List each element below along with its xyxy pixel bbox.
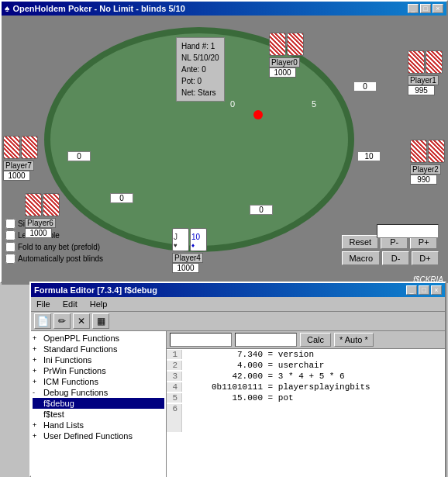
net-info: Net: Stars [181,87,219,99]
formula-window: Formula Editor [7.3.4] f$debug _ □ × Fil… [29,282,446,477]
code-line-4: 4 0b11010111 = playersplayingbits [167,382,445,392]
player2-chips: 990 [410,175,437,185]
svg-text:J: J [174,233,177,241]
icm-icon: + [33,378,42,385]
pot-display: 0 [230,99,235,109]
tree-ini[interactable]: + Ini Functions [33,354,164,365]
player2-seat: Player2 990 [410,140,445,185]
poker-title-bar: ♠ OpenHoldem Poker - No Limit - blinds 5… [2,2,446,16]
code-line-3: 3 42.000 = 3 * 4 + 5 * 6 [167,371,445,382]
formula-close-btn[interactable]: × [431,285,442,295]
reset-btn[interactable]: Reset [342,235,378,249]
player4-card1: J♥ [172,228,189,251]
tree-ftest-label: f$test [43,410,64,419]
line-num-4: 4 [167,382,182,392]
tree-openppl-label: OpenPPL Functions [43,334,119,343]
player1-bet: 0 [353,81,377,92]
prwin-icon: + [33,367,42,375]
macro-btn[interactable]: Macro [342,251,380,265]
tree-ini-label: Ini Functions [43,355,91,365]
player7-chips: 1000 [3,171,30,181]
delete-btn[interactable]: ✕ [73,313,90,329]
d-plus-btn[interactable]: D+ [412,251,439,265]
tree-openppl[interactable]: + OpenPPL Functions [33,333,164,344]
code-line-6: 6 [167,403,445,433]
player4-name: Player4 [172,253,203,263]
auto-blinds-row: Automatically post blinds [5,254,103,264]
player6-seat: Player6 1000 [25,193,60,238]
line-num-5: 5 [167,393,182,403]
poker-window-controls: _ □ × [408,4,443,13]
new-file-btn[interactable]: 📄 [34,313,51,329]
leave-table-checkbox[interactable] [5,230,16,240]
formula-main-area: + OpenPPL Functions + Standard Functions… [31,331,445,477]
ini-icon: + [33,356,42,364]
player2-name: Player2 [410,164,441,175]
player6-card2 [43,193,60,216]
tree-standard-label: Standard Functions [43,344,117,354]
prefold-checkbox[interactable] [5,242,16,252]
menu-help[interactable]: Help [88,299,110,309]
player6-card1 [25,193,42,216]
code-area: 1 7.340 = version 2 4.000 = userchair 3 … [167,349,445,477]
line-content-5: 15.000 = pot [182,393,294,403]
openppl-icon: + [33,334,42,342]
tree-icm-label: ICM Functions [43,377,98,386]
code-input2[interactable] [235,333,297,347]
player0-card1 [269,33,286,56]
line-num-1: 1 [167,350,182,359]
calc-btn[interactable]: Calc [300,333,331,347]
sit-out-checkbox[interactable] [5,219,16,229]
auto-btn[interactable]: * Auto * [334,333,374,347]
red-dot [253,110,263,119]
player1-card2 [426,50,443,74]
player7-card1 [3,136,20,159]
handlists-icon: + [33,421,42,429]
formula-minimize-btn[interactable]: _ [406,285,417,295]
poker-maximize-btn[interactable]: □ [420,4,431,13]
player1-name: Player1 [408,75,439,85]
tree-ftest[interactable]: f$test [33,409,164,420]
game-type: NL 5/10/20 [181,52,219,64]
svg-text:♥: ♥ [174,242,177,249]
line-content-3: 42.000 = 3 * 4 + 5 * 6 [182,372,345,381]
grid-btn[interactable]: ▦ [92,313,109,329]
code-toolbar: Calc * Auto * [167,331,445,349]
tree-userdefined[interactable]: + User Defined Functions [33,430,164,441]
poker-table: Hand #: 1 NL 5/10/20 Ante: 0 Pot: 0 Net:… [2,16,446,285]
menu-file[interactable]: File [34,299,53,309]
code-input1[interactable] [170,333,232,347]
poker-close-btn[interactable]: × [432,4,443,13]
tree-standard[interactable]: + Standard Functions [33,344,164,354]
tree-debug-label: Debug Functions [43,388,108,397]
tree-debug[interactable]: - Debug Functions [33,387,164,398]
player7-name: Player7 [3,161,34,171]
tree-handlists[interactable]: + Hand Lists [33,420,164,430]
line-num-3: 3 [167,372,182,381]
ante-info: Ante: 0 [181,64,219,75]
hand-number: Hand #: 1 [181,40,219,52]
player4-chips: 1000 [172,263,199,273]
menu-edit[interactable]: Edit [60,299,80,309]
poker-minimize-btn[interactable]: _ [408,4,419,13]
tree-icm[interactable]: + ICM Functions [33,376,164,387]
player1-seat: Player1 995 [408,50,443,95]
input-field[interactable] [377,224,439,238]
formula-maximize-btn[interactable]: □ [419,285,429,295]
community-display: 5 [312,99,316,109]
formula-title-bar: Formula Editor [7.3.4] f$debug _ □ × [31,283,445,297]
line-content-6 [182,404,247,432]
player6-name: Player6 [25,218,56,228]
line-num-6: 6 [167,404,182,432]
player1-card1 [408,50,425,74]
d-minus-btn[interactable]: D- [382,251,409,265]
auto-blinds-checkbox[interactable] [5,254,16,264]
code-line-5: 5 15.000 = pot [167,392,445,403]
edit-btn[interactable]: ✏ [53,313,71,329]
tree-fdebug[interactable]: f$debug [33,398,164,409]
player1-chips: 995 [408,85,435,95]
player6-bet: 0 [110,193,133,203]
tree-prwin[interactable]: + PrWin Functions [33,365,164,376]
tree-handlists-label: Hand Lists [43,420,84,430]
line-num-2: 2 [167,361,182,370]
